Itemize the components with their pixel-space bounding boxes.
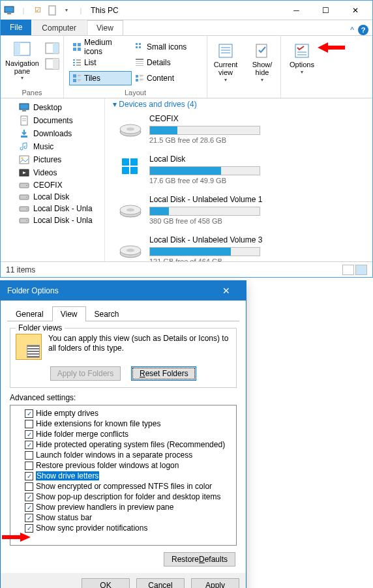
checkbox[interactable]: ✓ bbox=[25, 524, 33, 533]
layout-list[interactable]: List bbox=[69, 55, 132, 70]
current-view-button[interactable]: Current view bbox=[209, 38, 243, 87]
navigation-tree[interactable]: DesktopDocumentsDownloadsMusicPicturesVi… bbox=[1, 98, 105, 261]
advanced-setting-item[interactable]: ✓Hide empty drives bbox=[12, 408, 235, 419]
tree-item[interactable]: Local Disk - Unla bbox=[1, 203, 104, 214]
details-pane-icon[interactable] bbox=[45, 58, 59, 70]
layout-content[interactable]: Content bbox=[132, 71, 194, 85]
checkbox[interactable] bbox=[25, 462, 33, 470]
tab-view[interactable]: View bbox=[87, 20, 123, 35]
tree-item[interactable]: CEOFIX bbox=[1, 179, 104, 191]
advanced-setting-item[interactable]: ✓Show preview handlers in preview pane bbox=[12, 502, 235, 512]
svg-rect-24 bbox=[136, 61, 143, 62]
svg-rect-37 bbox=[140, 79, 143, 80]
checkbox[interactable]: ✓ bbox=[25, 430, 33, 439]
show-hide-button[interactable]: Show/ hide bbox=[245, 38, 279, 87]
tree-item[interactable]: Videos bbox=[1, 166, 104, 179]
advanced-settings-list[interactable]: ✓Hide empty drivesHide extensions for kn… bbox=[10, 405, 237, 546]
statusbar-tiles-view-icon[interactable] bbox=[355, 265, 367, 275]
advanced-setting-item[interactable]: ✓Show sync provider notifications bbox=[12, 523, 235, 533]
layout-tiles[interactable]: Tiles bbox=[69, 71, 132, 85]
advanced-setting-item[interactable]: ✓Show drive letters bbox=[12, 471, 235, 481]
qat-dropdown-icon[interactable]: ▾ bbox=[61, 5, 72, 16]
svg-rect-30 bbox=[73, 79, 76, 82]
dialog-footer: OK Cancel Apply bbox=[1, 573, 246, 588]
section-header[interactable]: ▾ Devices and drives (4) bbox=[109, 98, 368, 110]
qat-check-icon[interactable]: ☑ bbox=[32, 5, 44, 16]
statusbar-details-view-icon[interactable] bbox=[342, 265, 354, 275]
checkbox[interactable] bbox=[25, 451, 33, 460]
help-icon[interactable]: ? bbox=[358, 25, 368, 35]
options-button[interactable]: Options bbox=[285, 38, 319, 87]
dialog-tab-search[interactable]: Search bbox=[86, 306, 128, 321]
advanced-setting-item[interactable]: ✓Show status bar bbox=[12, 512, 235, 523]
checkbox[interactable]: ✓ bbox=[25, 472, 33, 480]
tree-item[interactable]: Music bbox=[1, 140, 104, 153]
dialog-tab-view[interactable]: View bbox=[52, 306, 86, 321]
apply-button[interactable]: Apply bbox=[191, 578, 239, 588]
svg-rect-33 bbox=[136, 75, 138, 78]
advanced-setting-item[interactable]: ✓Show pop-up description for folder and … bbox=[12, 492, 235, 502]
ribbon: Navigation pane ▾ Panes Medium icons Sma… bbox=[1, 36, 372, 98]
advanced-setting-item[interactable]: Hide extensions for known file types bbox=[12, 419, 235, 429]
tree-item[interactable]: Local Disk - Unla bbox=[1, 214, 104, 226]
checkbox[interactable] bbox=[25, 420, 33, 428]
checkbox[interactable]: ✓ bbox=[25, 514, 33, 522]
apply-to-folders-button[interactable]: Apply to Folders bbox=[50, 366, 121, 381]
svg-rect-9 bbox=[73, 43, 76, 46]
svg-rect-80 bbox=[2, 535, 22, 539]
layout-details[interactable]: Details bbox=[132, 55, 194, 70]
drive-tile[interactable]: Local Disk - Unlabeled Volume 3121 GB fr… bbox=[109, 231, 368, 261]
tree-item[interactable]: Local Disk bbox=[1, 191, 104, 203]
dialog-close-button[interactable]: ✕ bbox=[213, 286, 239, 296]
tree-item[interactable]: Downloads bbox=[1, 127, 104, 140]
svg-rect-44 bbox=[295, 44, 308, 57]
advanced-setting-item[interactable]: Show encrypted or compressed NTFS files … bbox=[12, 481, 235, 492]
close-button[interactable]: ✕ bbox=[340, 1, 370, 20]
navigation-pane-button[interactable]: Navigation pane ▾ bbox=[5, 38, 40, 87]
svg-rect-73 bbox=[130, 167, 138, 174]
tab-file[interactable]: File bbox=[1, 20, 31, 35]
folder-views-icon bbox=[16, 334, 42, 360]
tree-item[interactable]: Pictures bbox=[1, 153, 104, 166]
svg-rect-4 bbox=[14, 42, 20, 55]
dialog-titlebar: Folder Options ✕ bbox=[1, 281, 246, 301]
advanced-setting-item[interactable]: Restore previous folder windows at logon bbox=[12, 460, 235, 471]
svg-rect-6 bbox=[53, 43, 59, 53]
drive-icon bbox=[118, 195, 143, 220]
drive-tile[interactable]: Local Disk17.6 GB free of 49.9 GB bbox=[109, 151, 368, 191]
svg-rect-13 bbox=[136, 43, 138, 45]
tree-item[interactable]: Documents bbox=[1, 114, 104, 127]
checkbox[interactable]: ✓ bbox=[25, 409, 33, 418]
svg-rect-71 bbox=[130, 158, 138, 166]
advanced-setting-item[interactable]: Launch folder windows in a separate proc… bbox=[12, 450, 235, 460]
tab-computer[interactable]: Computer bbox=[32, 20, 86, 35]
maximize-button[interactable]: ☐ bbox=[311, 1, 340, 20]
dialog-tab-general[interactable]: General bbox=[7, 306, 52, 321]
reset-folders-button[interactable]: Reset Folders bbox=[131, 366, 196, 381]
svg-point-76 bbox=[127, 209, 134, 212]
checkbox[interactable]: ✓ bbox=[25, 493, 33, 501]
cancel-button[interactable]: Cancel bbox=[136, 578, 185, 588]
ok-button[interactable]: OK bbox=[82, 578, 130, 588]
preview-pane-icon[interactable] bbox=[45, 42, 59, 54]
qat-doc-icon[interactable] bbox=[46, 5, 58, 16]
minimize-ribbon-icon[interactable]: ^ bbox=[350, 25, 354, 35]
advanced-setting-item[interactable]: ✓Hide protected operating system files (… bbox=[12, 439, 235, 450]
tree-item[interactable]: Desktop bbox=[1, 101, 104, 114]
checkbox[interactable]: ✓ bbox=[25, 441, 33, 449]
svg-rect-64 bbox=[26, 209, 27, 209]
svg-rect-15 bbox=[136, 46, 138, 48]
advanced-setting-item[interactable]: ✓Hide folder merge conflicts bbox=[12, 429, 235, 439]
layout-medium-icons[interactable]: Medium icons bbox=[69, 40, 132, 54]
ribbon-group-options: Options bbox=[281, 36, 323, 98]
checkbox[interactable] bbox=[25, 482, 33, 491]
restore-defaults-button[interactable]: Restore Defaults bbox=[164, 552, 235, 566]
checkbox[interactable]: ✓ bbox=[25, 503, 33, 512]
drive-tile[interactable]: CEOFIX21.5 GB free of 28.6 GB bbox=[109, 110, 368, 151]
drives-pane: ▾ Devices and drives (4) CEOFIX21.5 GB f… bbox=[105, 98, 372, 261]
minimize-button[interactable]: ─ bbox=[282, 1, 311, 20]
svg-rect-21 bbox=[73, 65, 75, 66]
svg-rect-31 bbox=[78, 80, 81, 80]
drive-tile[interactable]: Local Disk - Unlabeled Volume 1380 GB fr… bbox=[109, 191, 368, 231]
layout-small-icons[interactable]: Small icons bbox=[132, 40, 194, 54]
